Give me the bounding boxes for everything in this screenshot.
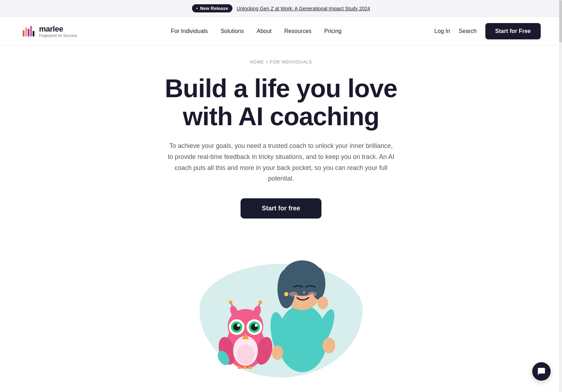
start-free-button[interactable]: Start for Free — [485, 23, 541, 39]
chat-icon — [537, 367, 546, 376]
breadcrumb-current: FOR INDIVIDUALS — [270, 60, 312, 65]
svg-rect-2 — [28, 29, 29, 37]
main-content: HOME > FOR INDIVIDUALS Build a life you … — [0, 45, 562, 377]
svg-point-16 — [237, 324, 240, 327]
svg-rect-0 — [23, 30, 24, 37]
nav-item-solutions[interactable]: Solutions — [221, 28, 244, 34]
svg-point-39 — [284, 292, 288, 296]
logo-icon — [21, 24, 36, 39]
logo-text: marlee Fingerprint for Success — [39, 24, 77, 38]
hero-heading: Build a life you love with AI coaching — [165, 74, 397, 131]
hero-cta-button[interactable]: Start for free — [241, 198, 321, 219]
svg-rect-3 — [30, 26, 32, 37]
hero-subtext: To achieve your goals, you need a truste… — [167, 140, 395, 184]
svg-rect-23 — [243, 366, 247, 369]
breadcrumb-home: HOME — [250, 60, 264, 65]
breadcrumb-separator: > — [264, 60, 270, 65]
chat-button[interactable] — [532, 362, 551, 381]
new-release-badge: New Release — [192, 4, 232, 12]
nav-right: Log In Search Start for Free — [434, 23, 541, 39]
svg-point-37 — [289, 292, 298, 297]
svg-point-36 — [303, 291, 305, 293]
scrollbar-thumb[interactable] — [559, 0, 562, 43]
svg-point-43 — [323, 338, 335, 353]
nav-item-pricing[interactable]: Pricing — [324, 28, 342, 34]
svg-point-20 — [255, 324, 258, 327]
logo-tagline: Fingerprint for Success — [39, 34, 77, 38]
navbar: marlee Fingerprint for Success For Indiv… — [0, 17, 562, 45]
breadcrumb: HOME > FOR INDIVIDUALS — [250, 60, 312, 65]
svg-rect-24 — [248, 366, 252, 369]
nav-item-about[interactable]: About — [257, 28, 272, 34]
svg-point-38 — [308, 292, 316, 297]
hero-illustration — [189, 236, 373, 377]
announcement-bar: New Release Unlocking Gen Z at Work: A G… — [0, 0, 562, 17]
logo-name: marlee — [39, 24, 77, 34]
nav-item-for-individuals[interactable]: For Individuals — [171, 28, 208, 34]
svg-rect-4 — [33, 31, 34, 37]
svg-point-41 — [272, 346, 283, 360]
svg-point-44 — [318, 297, 328, 309]
search-link[interactable]: Search — [459, 28, 477, 34]
login-link[interactable]: Log In — [434, 28, 450, 34]
nav-links: For Individuals Solutions About Resource… — [171, 28, 342, 34]
nav-item-resources[interactable]: Resources — [284, 28, 311, 34]
announcement-link[interactable]: Unlocking Gen Z at Work: A Generational … — [237, 6, 370, 11]
svg-rect-22 — [238, 366, 241, 369]
svg-point-12 — [237, 344, 254, 364]
woman-figure — [260, 243, 345, 377]
svg-point-26 — [229, 300, 232, 304]
svg-point-34 — [277, 269, 295, 308]
logo[interactable]: marlee Fingerprint for Success — [21, 24, 78, 39]
svg-rect-1 — [25, 27, 27, 37]
scrollbar[interactable] — [559, 0, 562, 392]
